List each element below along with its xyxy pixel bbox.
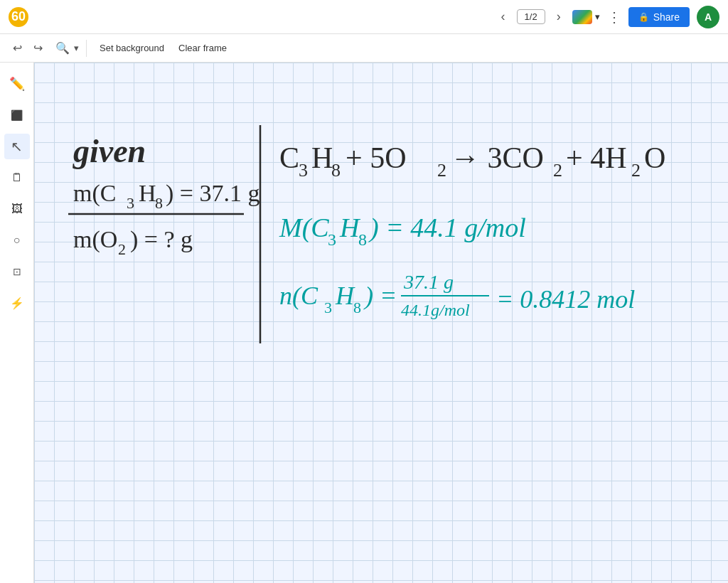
svg-text:37.1 g: 37.1 g <box>403 271 454 293</box>
svg-text:) =: ) = <box>363 282 397 310</box>
more-options-button[interactable]: ⋮ <box>607 9 621 26</box>
eraser-tool-button[interactable]: ⬛ <box>4 102 30 128</box>
svg-text:3: 3 <box>328 230 336 249</box>
svg-text:+ 5O: + 5O <box>346 141 407 174</box>
svg-text:2: 2 <box>118 240 126 258</box>
nav-right-group: ▾ ⋮ 🔒 Share A <box>572 6 719 28</box>
laser-tool-button[interactable]: ⚡ <box>4 290 30 316</box>
svg-text:8: 8 <box>353 299 361 316</box>
navbar: 60 ‹ 1/2 › ▾ ⋮ 🔒 Share A <box>0 0 728 34</box>
svg-text:H: H <box>339 213 361 242</box>
avatar-initials: A <box>705 11 712 23</box>
svg-text:C: C <box>279 141 299 174</box>
pen-tool-button[interactable]: ✏️ <box>4 71 30 97</box>
svg-text:44.1g/mol: 44.1g/mol <box>401 301 470 319</box>
lock-icon: 🔒 <box>638 12 649 22</box>
svg-text:2: 2 <box>553 160 562 181</box>
svg-text:) = 44.1 g/mol: ) = 44.1 g/mol <box>368 213 526 243</box>
svg-text:given: given <box>73 133 146 169</box>
prev-button[interactable]: ‹ <box>496 6 511 27</box>
svg-text:H: H <box>335 282 355 310</box>
share-label: Share <box>653 11 680 23</box>
toolbar-divider <box>86 40 87 57</box>
slide-indicator: 1/2 <box>517 9 545 24</box>
redo-button[interactable]: ↪ <box>29 38 47 58</box>
meet-button[interactable]: ▾ <box>572 10 600 24</box>
svg-text:n(C: n(C <box>279 282 318 310</box>
logo-number: 60 <box>11 9 26 24</box>
select-tool-button[interactable]: ↖ <box>4 134 30 159</box>
logo-icon: 60 <box>9 7 28 27</box>
svg-text:= 0.8412 mol: = 0.8412 mol <box>496 285 635 314</box>
share-button[interactable]: 🔒 Share <box>628 7 690 27</box>
svg-text:8: 8 <box>358 230 367 249</box>
main-area: ✏️ ⬛ ↖ 🗒 🖼 ○ ⊡ ⚡ given m(C 3 H 8 ) = 37.… <box>0 63 728 583</box>
svg-text:8: 8 <box>331 160 341 181</box>
svg-text:3: 3 <box>127 194 134 212</box>
svg-text:) = ? g: ) = ? g <box>130 226 193 253</box>
avatar: A <box>697 6 719 28</box>
svg-text:m(C: m(C <box>73 180 116 207</box>
svg-text:3: 3 <box>324 299 332 316</box>
toolbar: ↩ ↪ 🔍 ▾ Set background Clear frame <box>0 34 728 63</box>
svg-text:8: 8 <box>155 194 163 212</box>
svg-text:2: 2 <box>631 160 641 181</box>
next-button[interactable]: › <box>551 6 567 27</box>
sidebar-tools: ✏️ ⬛ ↖ 🗒 🖼 ○ ⊡ ⚡ <box>0 63 34 583</box>
svg-text:→ 3CO: → 3CO <box>450 141 544 174</box>
whiteboard[interactable]: given m(C 3 H 8 ) = 37.1 g m(O 2 ) = ? g… <box>34 63 728 583</box>
image-tool-button[interactable]: 🖼 <box>4 196 30 222</box>
zoom-dropdown-button[interactable]: ▾ <box>74 43 79 53</box>
svg-text:+ 4H: + 4H <box>566 141 627 174</box>
svg-text:H: H <box>139 180 156 206</box>
zoom-group: 🔍 ▾ <box>53 40 79 56</box>
content-svg: given m(C 3 H 8 ) = 37.1 g m(O 2 ) = ? g… <box>34 63 728 583</box>
meet-label: ▾ <box>595 11 600 22</box>
svg-text:2: 2 <box>437 160 446 181</box>
undo-button[interactable]: ↩ <box>9 38 26 58</box>
canvas-area[interactable]: given m(C 3 H 8 ) = 37.1 g m(O 2 ) = ? g… <box>34 63 728 583</box>
meet-icon <box>572 10 592 24</box>
svg-text:H: H <box>311 141 333 174</box>
clear-frame-button[interactable]: Clear frame <box>173 40 232 56</box>
frame-tool-button[interactable]: ⊡ <box>4 259 30 284</box>
svg-text:) = 37.1 g: ) = 37.1 g <box>166 180 260 207</box>
svg-text:M(C: M(C <box>279 213 329 243</box>
shape-tool-button[interactable]: ○ <box>4 228 30 253</box>
set-background-button[interactable]: Set background <box>94 40 170 56</box>
svg-text:3: 3 <box>299 160 308 181</box>
svg-text:O: O <box>644 141 665 174</box>
svg-text:m(O: m(O <box>73 226 117 253</box>
zoom-button[interactable]: 🔍 <box>53 40 73 56</box>
sticky-tool-button[interactable]: 🗒 <box>4 165 30 191</box>
